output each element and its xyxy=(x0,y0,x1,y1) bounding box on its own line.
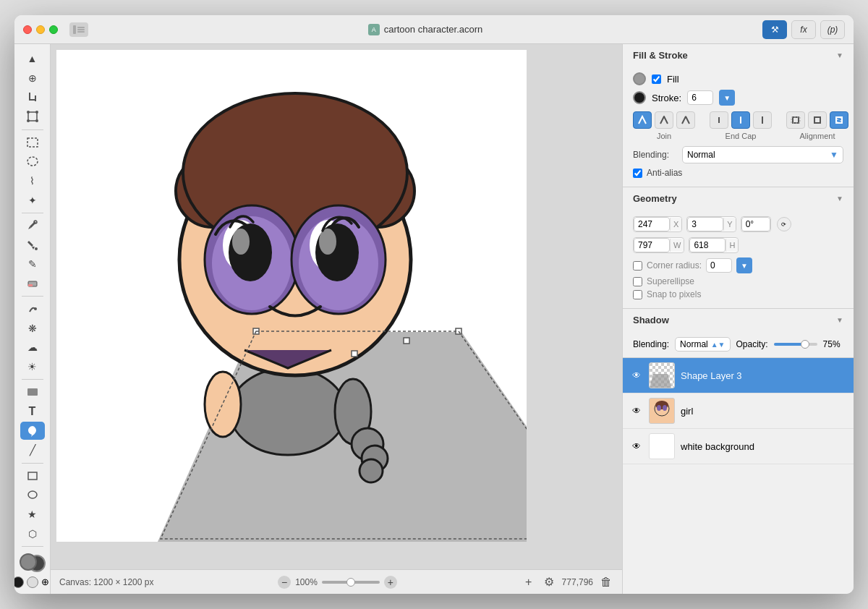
pen-tool[interactable] xyxy=(20,422,45,440)
rect-vector-tool[interactable] xyxy=(20,467,45,485)
layer-visibility-bg[interactable]: 👁 xyxy=(630,440,643,453)
layer-settings-button[interactable]: ⚙ xyxy=(542,575,556,589)
zoom-slider-thumb[interactable] xyxy=(346,578,355,587)
fill-stroke-expand-icon: ▼ xyxy=(836,51,843,59)
svg-rect-55 xyxy=(814,117,820,123)
join-btn-0[interactable] xyxy=(633,111,652,129)
align-btn-0[interactable] xyxy=(786,111,805,129)
minimize-button[interactable] xyxy=(36,25,45,34)
join-endcap-row: Join xyxy=(633,111,843,140)
stroke-dropdown-button[interactable]: ▼ xyxy=(719,90,735,106)
magic-wand-tool[interactable]: ✦ xyxy=(20,191,45,209)
join-btn-1[interactable] xyxy=(655,111,673,129)
swap-colors[interactable] xyxy=(14,576,24,588)
endcap-btn-2[interactable] xyxy=(753,111,772,129)
w-input[interactable] xyxy=(634,238,670,252)
crop-tool[interactable] xyxy=(20,88,45,106)
cloud-shape[interactable]: ☁ xyxy=(20,338,45,357)
layer-name-girl: girl xyxy=(681,406,846,417)
shadow-section: Shadow ▼ Blending: Normal ▲▼ Opacity: xyxy=(623,309,854,358)
corner-radius-dropdown[interactable]: ▼ xyxy=(736,257,752,273)
blending-select[interactable]: Normal ▼ xyxy=(682,146,843,163)
corner-radius-checkbox[interactable] xyxy=(633,261,642,271)
text-tool[interactable]: T xyxy=(20,403,45,421)
rect-shape-tool[interactable] xyxy=(20,383,45,401)
line-tool[interactable]: ╱ xyxy=(20,441,45,459)
clone-tool[interactable]: ❋ xyxy=(20,319,45,337)
fill-color-swatch[interactable] xyxy=(633,72,646,85)
add-layer-button[interactable]: + xyxy=(522,575,536,589)
antialias-checkbox[interactable] xyxy=(633,169,642,178)
delete-layer-button[interactable]: 🗑 xyxy=(599,575,613,589)
join-btn-2[interactable] xyxy=(676,111,695,129)
shadow-expand-icon: ▼ xyxy=(836,316,843,324)
transform-tool[interactable] xyxy=(20,108,45,126)
tools-panel-button[interactable]: ⚒ xyxy=(762,20,787,39)
opacity-slider[interactable] xyxy=(774,343,817,346)
lasso-tool[interactable]: ⌇ xyxy=(20,172,45,190)
fill-stroke-header[interactable]: Fill & Stroke ▼ xyxy=(623,44,854,67)
y-input[interactable] xyxy=(687,217,723,231)
layer-item-white-background[interactable]: 👁 white background xyxy=(623,429,854,464)
paint-bucket-tool[interactable] xyxy=(20,236,45,254)
shadow-blending-select[interactable]: Normal ▲▼ xyxy=(675,337,730,352)
zoom-slider[interactable] xyxy=(322,581,380,584)
stroke-label: Stroke: xyxy=(652,93,681,103)
rotation-icon[interactable]: ⟳ xyxy=(777,217,791,231)
brush-tool[interactable]: ✎ xyxy=(20,255,45,273)
svg-point-10 xyxy=(27,119,30,122)
close-button[interactable] xyxy=(23,25,32,34)
fill-checkbox[interactable] xyxy=(652,74,661,84)
shadow-blending-value: Normal xyxy=(680,339,708,349)
stroke-color-swatch[interactable] xyxy=(633,91,646,104)
stroke-value-input[interactable] xyxy=(687,90,713,105)
zoom-out-button[interactable]: − xyxy=(278,576,291,589)
star-tool[interactable]: ★ xyxy=(20,506,45,524)
canvas xyxy=(56,50,527,542)
reset-colors[interactable] xyxy=(27,576,38,588)
endcap-btn-1[interactable] xyxy=(731,111,750,129)
deg-input[interactable] xyxy=(741,217,770,231)
geometry-header[interactable]: Geometry ▼ xyxy=(623,187,854,210)
align-btn-2[interactable] xyxy=(830,111,848,129)
titlebar-center: A cartoon character.acorn xyxy=(94,24,757,35)
endcap-btn-0[interactable] xyxy=(710,111,728,129)
rect-select-tool[interactable] xyxy=(20,133,45,151)
layer-item-shape-layer-3[interactable]: 👁 Shape Layer 3 xyxy=(623,358,854,393)
corner-radius-input[interactable] xyxy=(706,258,732,273)
join-label: Join xyxy=(657,132,671,140)
zoom-tool[interactable]: ⊕ xyxy=(20,69,45,88)
smudge-tool[interactable] xyxy=(20,300,45,318)
opacity-slider-thumb[interactable] xyxy=(801,340,809,349)
superellipse-checkbox[interactable] xyxy=(633,277,642,286)
eyedropper-tool[interactable] xyxy=(20,217,45,235)
polygon-tool[interactable]: ⬡ xyxy=(20,524,45,542)
h-field: H xyxy=(689,237,739,253)
ellipse-select-tool[interactable] xyxy=(20,153,45,171)
p-panel-button[interactable]: (p) xyxy=(820,20,845,39)
eraser-tool[interactable] xyxy=(20,274,45,292)
foreground-color-well[interactable] xyxy=(20,553,37,571)
fill-stroke-title: Fill & Stroke xyxy=(633,50,688,61)
blending-row: Blending: Normal ▼ xyxy=(633,146,843,163)
layer-item-girl[interactable]: 👁 girl xyxy=(623,393,854,429)
sidebar-toggle-button[interactable] xyxy=(69,22,88,37)
maximize-button[interactable] xyxy=(49,25,58,34)
select-tool[interactable]: ▲ xyxy=(20,50,45,68)
ellipse-vector-tool[interactable] xyxy=(20,486,45,504)
brightness-tool[interactable]: ☀ xyxy=(20,358,45,376)
snap-checkbox[interactable] xyxy=(633,290,642,299)
align-btn-1[interactable] xyxy=(808,111,827,129)
svg-rect-53 xyxy=(793,117,799,123)
geometry-title: Geometry xyxy=(633,193,677,204)
alignment-icons xyxy=(786,111,848,129)
h-input[interactable] xyxy=(689,238,726,252)
layer-visibility-girl[interactable]: 👁 xyxy=(630,404,643,417)
fx-panel-button[interactable]: fx xyxy=(791,20,816,39)
zoom-in-button[interactable]: + xyxy=(384,576,397,589)
shadow-header[interactable]: Shadow ▼ xyxy=(623,309,854,331)
color-wells[interactable] xyxy=(20,553,46,572)
canvas-wrapper[interactable] xyxy=(51,44,622,569)
layer-visibility-shape3[interactable]: 👁 xyxy=(630,369,643,382)
x-input[interactable] xyxy=(634,217,670,231)
